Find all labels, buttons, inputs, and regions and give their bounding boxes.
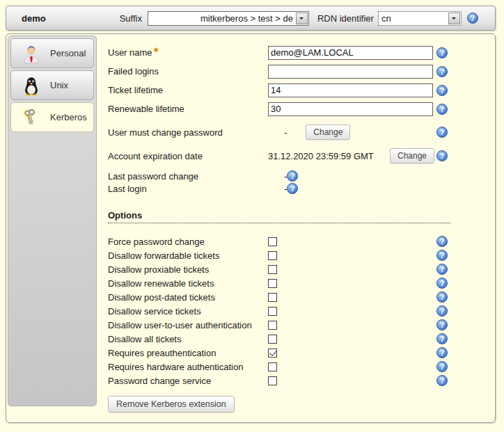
help-icon[interactable]: ? (436, 361, 448, 372)
option-row: Disallow post-dated tickets ? (108, 290, 450, 304)
help-icon[interactable]: ? (436, 47, 448, 58)
suffix-label: Suffix (120, 13, 142, 24)
kerberos-form: User name✱ ? Failed logins ? Ticket life… (108, 33, 450, 413)
checkbox-disallow-all-tickets[interactable] (268, 335, 277, 344)
rdn-identifier-label: RDN identifier (317, 13, 374, 24)
form-row-renewable-lifetime: Renewable lifetime ? (108, 99, 450, 118)
checkbox-requires-preauthentication[interactable] (268, 349, 277, 358)
checkbox-disallow-user-to-user-authentication[interactable] (268, 321, 277, 330)
help-icon[interactable]: ? (436, 150, 448, 161)
option-label: Disallow renewable tickets (108, 278, 268, 289)
help-icon[interactable]: ? (436, 347, 448, 358)
help-icon[interactable]: ? (287, 170, 298, 182)
dropdown-arrow-icon (296, 13, 308, 24)
form-row-last-login: Last login - ? (108, 182, 450, 195)
options-heading: Options (108, 210, 450, 223)
option-row: Password change service ? (108, 374, 450, 387)
options-list: Force password change ? Disallow forward… (108, 234, 450, 387)
tab-label: Unix (50, 80, 68, 90)
help-icon[interactable]: ? (436, 264, 448, 275)
help-icon[interactable]: ? (436, 85, 448, 96)
tab-unix[interactable]: Unix (10, 70, 94, 100)
help-icon[interactable]: ? (467, 13, 478, 24)
rdn-identifier-select[interactable]: cn (378, 11, 462, 26)
form-row-last-password-change: Last password change - ? (108, 170, 450, 182)
field-label: User name✱ (108, 47, 268, 58)
checkbox-disallow-renewable-tickets[interactable] (268, 279, 277, 288)
option-row: Requires preauthentication ? (108, 346, 450, 360)
tab-label: Kerberos (50, 112, 87, 122)
change-expiration-button[interactable]: Change (390, 148, 434, 163)
form-row-ticket-lifetime: Ticket lifetime ? (108, 81, 450, 99)
option-label: Force password change (108, 237, 268, 247)
renewable-lifetime-input[interactable] (268, 102, 433, 116)
field-label: Last login (108, 184, 268, 194)
option-row: Disallow proxiable tickets ? (108, 262, 450, 276)
header-bar: demo Suffix mitkerberos > test > de RDN … (6, 6, 496, 31)
option-label: Disallow proxiable tickets (108, 264, 268, 275)
field-label: Ticket lifetime (108, 85, 268, 95)
option-row: Disallow service tickets ? (108, 304, 450, 318)
option-label: Disallow user-to-user authentication (108, 320, 268, 330)
form-row-expiration-date: Account expiration date 31.12.2020 23:59… (108, 147, 450, 164)
required-asterisk: ✱ (154, 47, 159, 54)
form-row-password-change: User must change password - Change ? (108, 124, 450, 141)
failed-logins-input[interactable] (268, 65, 433, 79)
help-icon[interactable]: ? (436, 127, 448, 138)
user-icon (20, 42, 42, 65)
rdn-select-value: cn (379, 13, 448, 24)
expiration-date-value: 31.12.2020 23:59:59 GMT (268, 151, 388, 161)
option-label: Password change service (108, 376, 268, 386)
account-name: demo (22, 13, 46, 24)
help-icon[interactable]: ? (287, 183, 298, 194)
option-label: Disallow service tickets (108, 306, 268, 317)
checkbox-disallow-service-tickets[interactable] (268, 307, 277, 316)
checkbox-disallow-forwardable-tickets[interactable] (268, 251, 277, 260)
checkbox-requires-hardware-authentication[interactable] (268, 362, 277, 371)
help-icon[interactable]: ? (436, 236, 448, 247)
help-icon[interactable]: ? (436, 250, 448, 261)
tab-label: Personal (50, 48, 86, 58)
field-label: User must change password (108, 127, 268, 138)
field-label: Account expiration date (108, 151, 268, 161)
checkbox-disallow-post-dated-tickets[interactable] (268, 293, 277, 302)
suffix-select-value: mitkerberos > test > de (148, 13, 296, 24)
checkbox-disallow-proxiable-tickets[interactable] (268, 265, 277, 274)
form-row-failed-logins: Failed logins ? (108, 62, 450, 81)
sidebar: Personal Unix (8, 35, 97, 406)
field-label: Last password change (108, 171, 268, 182)
option-row: Disallow renewable tickets ? (108, 276, 450, 290)
help-icon[interactable]: ? (436, 291, 448, 303)
form-row-user-name: User name✱ ? (108, 43, 450, 62)
dropdown-arrow-icon (448, 13, 460, 24)
lam-user-edit-page: demo Suffix mitkerberos > test > de RDN … (0, 0, 504, 432)
option-row: Requires hardware authentication ? (108, 360, 450, 374)
suffix-select[interactable]: mitkerberos > test > de (148, 11, 309, 26)
field-label: Renewable lifetime (108, 104, 268, 114)
user-name-input[interactable] (268, 46, 433, 60)
help-icon[interactable]: ? (436, 278, 448, 289)
help-icon[interactable]: ? (436, 319, 448, 330)
field-value: - (284, 127, 287, 138)
checkbox-password-change-service[interactable] (268, 376, 277, 385)
ticket-lifetime-input[interactable] (268, 83, 433, 97)
option-row: Disallow forwardable tickets ? (108, 248, 450, 262)
option-row: Disallow all tickets ? (108, 332, 450, 346)
help-icon[interactable]: ? (436, 104, 448, 115)
option-label: Disallow forwardable tickets (108, 250, 268, 261)
keys-icon (20, 106, 42, 129)
field-label: Failed logins (108, 66, 268, 77)
change-password-button[interactable]: Change (306, 125, 350, 140)
help-icon[interactable]: ? (436, 333, 448, 344)
help-icon[interactable]: ? (436, 375, 448, 386)
help-icon[interactable]: ? (436, 66, 448, 77)
tab-kerberos[interactable]: Kerberos (10, 102, 94, 132)
option-label: Disallow all tickets (108, 334, 268, 344)
remove-kerberos-extension-button[interactable]: Remove Kerberos extension (108, 396, 235, 413)
checkbox-force-password-change[interactable] (268, 237, 277, 246)
option-row: Disallow user-to-user authentication ? (108, 318, 450, 332)
option-label: Requires preauthentication (108, 348, 268, 358)
tab-personal[interactable]: Personal (10, 38, 94, 68)
help-icon[interactable]: ? (436, 305, 448, 317)
tux-icon (20, 74, 42, 97)
